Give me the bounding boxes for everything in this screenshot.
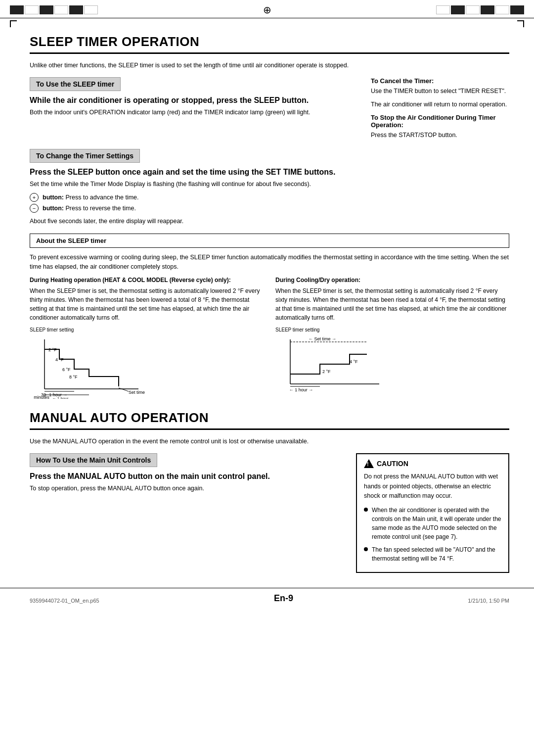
change-timer-heading: Press the SLEEP button once again and se… <box>30 168 509 177</box>
cancel-timer-heading: To Cancel the Timer: <box>371 77 509 85</box>
deco-left <box>10 5 98 14</box>
minus-icon: − <box>30 204 39 213</box>
manual-layout: How To Use the Main Unit Controls Press … <box>30 453 509 573</box>
manual-left: How To Use the Main Unit Controls Press … <box>30 453 346 573</box>
cooling-body: When the SLEEP timer is set, the thermos… <box>275 286 509 322</box>
sleep-diagram-layout: During Heating operation (HEAT & COOL MO… <box>30 277 509 400</box>
deco-block-2 <box>25 5 39 14</box>
about-sleep-body: To prevent excessive warming or cooling … <box>30 253 509 272</box>
deco-block-r5 <box>495 5 509 14</box>
deco-block-1 <box>10 5 24 14</box>
sleep-timer-title: SLEEP TIMER OPERATION <box>30 34 509 54</box>
bullet-dot-1 <box>364 508 368 512</box>
stop-ac-heading: To Stop the Air Conditioner During Timer… <box>371 114 509 129</box>
caution-bullet-1: When the air conditioner is operated wit… <box>364 506 501 541</box>
manual-right: CAUTION Do not press the MANUAL AUTO but… <box>356 453 509 573</box>
deco-right <box>436 5 524 14</box>
footer-date: 1/21/10, 1:50 PM <box>468 598 509 604</box>
deco-block-5 <box>69 5 83 14</box>
caution-title: CAUTION <box>364 459 501 468</box>
cooling-title: During Cooling/Dry operation: <box>275 277 509 284</box>
svg-text:4 °F: 4 °F <box>55 357 64 362</box>
caution-label: CAUTION <box>377 460 408 468</box>
caution-bullet-1-text: When the air conditioner is operated wit… <box>372 506 501 541</box>
sleep-use-heading: While the air conditioner is operating o… <box>30 96 361 105</box>
caution-bullets: When the air conditioner is operated wit… <box>364 506 501 563</box>
svg-text:Set time: Set time <box>129 390 145 395</box>
footer: 9359944072-01_OM_en.p65 En-9 1/21/10, 1:… <box>0 588 534 609</box>
manual-auto-title: MANUAL AUTO OPERATION <box>30 410 509 430</box>
cooling-col: During Cooling/Dry operation: When the S… <box>275 277 509 400</box>
manual-intro: Use the MANUAL AUTO operation in the eve… <box>30 437 509 446</box>
cancel-timer-body2: The air conditioner will return to norma… <box>371 100 509 109</box>
deco-block-3 <box>40 5 53 14</box>
bullet-dot-2 <box>364 547 368 551</box>
svg-text:← 1 hour: ← 1 hour <box>52 396 69 399</box>
sleep-right-col: To Cancel the Timer: Use the TIMER butto… <box>371 77 509 144</box>
svg-text:2 °F: 2 °F <box>322 369 331 374</box>
cooling-diagram: SLEEP timer setting ← Set time → ← 1 hou… <box>275 327 509 395</box>
caution-body: Do not press the MANUAL AUTO button with… <box>364 472 501 501</box>
manual-heading: Press the MANUAL AUTO button on the main… <box>30 472 346 481</box>
sleep-use-body: Both the indoor unit's OPERATION indicat… <box>30 108 361 117</box>
svg-text:4 °F: 4 °F <box>350 359 358 364</box>
heating-diagram-label: SLEEP timer setting <box>30 327 264 332</box>
svg-line-14 <box>119 388 129 391</box>
caution-box: CAUTION Do not press the MANUAL AUTO but… <box>356 453 509 573</box>
content-area: SLEEP TIMER OPERATION Unlike other timer… <box>0 29 534 578</box>
cooling-chart: ← Set time → ← 1 hour → 2 °F 4 °F <box>275 334 389 394</box>
manual-body: To stop operation, press the MANUAL AUTO… <box>30 484 346 493</box>
heating-title: During Heating operation (HEAT & COOL MO… <box>30 277 264 284</box>
about-sleep-title: About the SLEEP timer <box>36 237 503 244</box>
after-text: About five seconds later, the entire dis… <box>30 217 509 226</box>
stop-ac-body: Press the START/STOP button. <box>371 131 509 140</box>
about-sleep-box: About the SLEEP timer <box>30 234 509 248</box>
sleep-main-layout: To Use the SLEEP timer While the air con… <box>30 77 509 144</box>
svg-text:6 °F: 6 °F <box>62 367 71 372</box>
sleep-intro: Unlike other timer functions, the SLEEP … <box>30 61 509 70</box>
svg-text:← 1 hour →: ← 1 hour → <box>289 387 313 392</box>
cooling-diagram-label: SLEEP timer setting <box>275 327 509 332</box>
page-number: En-9 <box>274 593 293 604</box>
heating-col: During Heating operation (HEAT & COOL MO… <box>30 277 264 400</box>
btn-plus-label: button: <box>43 194 64 201</box>
main-unit-controls-box: How To Use the Main Unit Controls <box>30 453 157 467</box>
sleep-use-box: To Use the SLEEP timer <box>30 77 121 91</box>
corner-tl <box>10 20 17 27</box>
svg-text:2 °F: 2 °F <box>48 347 57 352</box>
cancel-timer-body1: Use the TIMER button to select "TIMER RE… <box>371 87 509 96</box>
corner-tr <box>517 20 524 27</box>
caution-bullet-2-text: The fan speed selected will be "AUTO" an… <box>372 545 501 563</box>
btn-minus-line: − button: Press to reverse the time. <box>30 204 509 213</box>
heating-body: When the SLEEP timer is set, the thermos… <box>30 286 264 322</box>
deco-center-circle: ⊕ <box>263 4 271 16</box>
deco-block-r6 <box>510 5 524 14</box>
btn-minus-label: button: <box>43 205 64 212</box>
caution-triangle-icon <box>364 459 374 468</box>
deco-block-r3 <box>466 5 480 14</box>
deco-block-6 <box>84 5 98 14</box>
change-timer-body: Set the time while the Timer Mode Displa… <box>30 180 509 189</box>
plus-icon: + <box>30 193 39 202</box>
svg-text:← Set time →: ← Set time → <box>309 336 336 341</box>
sleep-left-col: To Use the SLEEP timer While the air con… <box>30 77 361 144</box>
heating-diagram: SLEEP timer setting 30 minutes 2 °F 4 <box>30 327 264 400</box>
deco-block-r4 <box>481 5 494 14</box>
heating-chart: 30 minutes 2 °F 4 °F 6 °F 8 °F ← 1 hour … <box>30 334 148 399</box>
footer-code-left: 9359944072-01_OM_en.p65 <box>30 598 99 604</box>
btn-plus-line: + button: Press to advance the time. <box>30 193 509 202</box>
change-timer-box: To Change the Timer Settings <box>30 149 140 163</box>
svg-text:8 °F: 8 °F <box>69 375 78 379</box>
deco-block-4 <box>54 5 68 14</box>
deco-block-r1 <box>436 5 450 14</box>
btn-minus-text: Press to reverse the time. <box>66 205 136 212</box>
top-decoration: ⊕ <box>0 0 534 18</box>
deco-block-r2 <box>451 5 465 14</box>
page-wrapper: ⊕ SLEEP TIMER OPERATION Unlike other tim… <box>0 0 534 756</box>
corner-row-top <box>0 18 534 29</box>
caution-bullet-2: The fan speed selected will be "AUTO" an… <box>364 545 501 563</box>
btn-plus-text: Press to advance the time. <box>66 194 139 201</box>
